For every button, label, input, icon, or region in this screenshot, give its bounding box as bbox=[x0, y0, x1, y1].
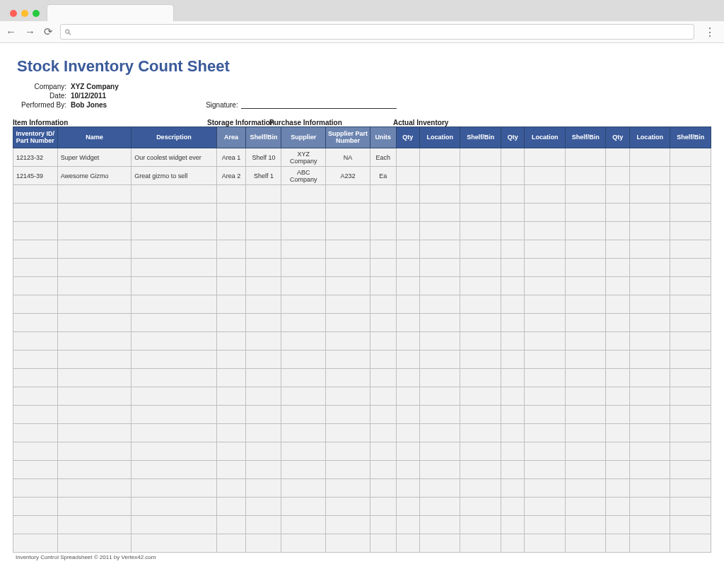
table-cell bbox=[326, 387, 370, 406]
table-cell bbox=[629, 516, 670, 534]
table-cell bbox=[629, 479, 670, 498]
table-cell bbox=[501, 534, 524, 553]
forward-icon[interactable]: → bbox=[25, 25, 35, 38]
table-cell bbox=[246, 498, 281, 516]
browser-menu-icon[interactable]: ⋮ bbox=[701, 25, 718, 39]
table-cell bbox=[132, 332, 216, 351]
table-cell bbox=[13, 369, 58, 387]
table-cell bbox=[246, 369, 281, 387]
table-cell bbox=[565, 516, 606, 534]
table-cell bbox=[629, 534, 670, 553]
table-cell bbox=[501, 351, 524, 369]
table-cell bbox=[565, 204, 606, 222]
table-cell bbox=[629, 387, 670, 406]
table-cell bbox=[396, 240, 419, 259]
table-cell bbox=[132, 295, 216, 314]
document-meta: Company: XYZ Company Date: 10/12/2011 Pe… bbox=[17, 83, 711, 109]
th-shelfbin-2: Shelf/Bin bbox=[565, 127, 606, 148]
table-cell bbox=[501, 332, 524, 351]
table-cell bbox=[57, 259, 132, 277]
table-cell bbox=[132, 516, 216, 534]
table-cell bbox=[629, 240, 670, 259]
table-cell bbox=[132, 534, 216, 553]
table-cell bbox=[246, 222, 281, 240]
back-icon[interactable]: ← bbox=[6, 25, 16, 38]
table-cell: Great gizmo to sell bbox=[132, 167, 216, 185]
table-cell bbox=[396, 167, 419, 185]
table-cell bbox=[629, 222, 670, 240]
table-cell bbox=[606, 167, 629, 185]
table-cell bbox=[670, 148, 711, 167]
table-cell bbox=[565, 424, 606, 442]
table-cell bbox=[396, 516, 419, 534]
table-cell bbox=[13, 424, 58, 442]
table-cell bbox=[326, 295, 370, 314]
table-cell bbox=[13, 406, 58, 424]
document-page: Stock Inventory Count Sheet Company: XYZ… bbox=[0, 43, 724, 560]
table-cell bbox=[326, 442, 370, 461]
table-cell bbox=[132, 406, 216, 424]
table-cell bbox=[326, 369, 370, 387]
th-area: Area bbox=[216, 127, 246, 148]
address-bar[interactable]: ⚲ bbox=[60, 24, 694, 40]
table-cell: 12145-39 bbox=[13, 167, 58, 185]
table-cell bbox=[132, 351, 216, 369]
table-cell bbox=[525, 406, 566, 424]
table-cell bbox=[246, 277, 281, 295]
table-cell bbox=[606, 369, 629, 387]
table-cell bbox=[370, 534, 396, 553]
browser-tab[interactable] bbox=[47, 4, 174, 21]
table-cell bbox=[525, 461, 566, 479]
maximize-window-icon[interactable] bbox=[33, 10, 40, 17]
table-cell bbox=[525, 498, 566, 516]
section-item: Item Information bbox=[13, 119, 207, 127]
table-cell bbox=[525, 259, 566, 277]
table-cell bbox=[525, 516, 566, 534]
section-headers: Item Information Storage Information Pur… bbox=[13, 119, 711, 127]
table-cell bbox=[281, 516, 326, 534]
table-cell bbox=[525, 185, 566, 204]
table-cell bbox=[396, 387, 419, 406]
table-cell bbox=[670, 406, 711, 424]
table-cell bbox=[501, 369, 524, 387]
minimize-window-icon[interactable] bbox=[21, 10, 28, 17]
table-cell bbox=[670, 314, 711, 332]
table-cell bbox=[460, 204, 501, 222]
table-cell bbox=[281, 332, 326, 351]
reload-icon[interactable]: ⟳ bbox=[44, 25, 53, 38]
table-cell bbox=[13, 351, 58, 369]
close-window-icon[interactable] bbox=[10, 10, 17, 17]
table-cell bbox=[670, 424, 711, 442]
table-cell bbox=[525, 295, 566, 314]
table-cell bbox=[396, 314, 419, 332]
table-cell bbox=[606, 277, 629, 295]
table-cell bbox=[216, 424, 246, 442]
table-cell bbox=[57, 277, 132, 295]
table-cell bbox=[565, 148, 606, 167]
table-cell bbox=[565, 461, 606, 479]
table-row bbox=[13, 516, 711, 534]
table-cell bbox=[565, 332, 606, 351]
table-row bbox=[13, 498, 711, 516]
table-cell bbox=[13, 479, 58, 498]
table-cell bbox=[501, 314, 524, 332]
table-cell bbox=[606, 387, 629, 406]
table-cell bbox=[565, 406, 606, 424]
table-cell bbox=[370, 442, 396, 461]
table-cell bbox=[370, 516, 396, 534]
table-cell bbox=[565, 442, 606, 461]
th-qty-2: Qty bbox=[501, 127, 524, 148]
table-cell bbox=[281, 277, 326, 295]
table-cell bbox=[525, 332, 566, 351]
table-cell bbox=[326, 277, 370, 295]
table-cell bbox=[246, 240, 281, 259]
table-cell bbox=[216, 479, 246, 498]
table-cell bbox=[13, 222, 58, 240]
table-cell bbox=[326, 498, 370, 516]
table-cell bbox=[281, 240, 326, 259]
table-cell bbox=[13, 259, 58, 277]
table-cell bbox=[419, 498, 460, 516]
table-cell bbox=[629, 148, 670, 167]
table-cell bbox=[13, 295, 58, 314]
th-location-3: Location bbox=[629, 127, 670, 148]
